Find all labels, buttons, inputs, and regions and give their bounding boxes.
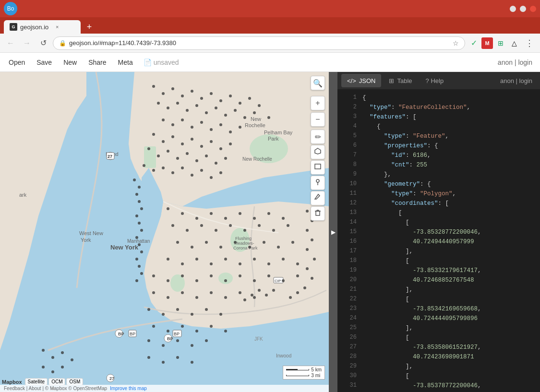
maximize-button[interactable]: □ — [520, 6, 526, 12]
map-area[interactable]: ark New York West New York Manhattan Isl… — [0, 72, 329, 392]
app-toolbar: Open Save New Share Meta 📄 unsaved anon … — [0, 53, 540, 72]
new-tab-button[interactable]: + — [83, 20, 96, 34]
svg-point-179 — [176, 308, 179, 311]
svg-point-116 — [140, 250, 143, 253]
svg-point-149 — [181, 262, 184, 265]
tab-close-button[interactable]: × — [53, 23, 61, 31]
svg-point-185 — [181, 325, 184, 328]
extension-check-icon[interactable]: ✓ — [468, 37, 480, 49]
svg-point-79 — [152, 133, 155, 136]
json-line: 28 40.72423698901871 — [337, 352, 540, 362]
svg-point-74 — [200, 121, 203, 124]
delete-button[interactable] — [311, 206, 325, 221]
draw-pin-button[interactable] — [311, 176, 325, 190]
svg-point-150 — [195, 258, 198, 261]
back-button[interactable]: ← — [4, 36, 17, 50]
line-content: "type": "FeatureCollection", — [362, 103, 536, 112]
svg-point-54 — [229, 95, 232, 97]
svg-point-114 — [135, 236, 138, 239]
svg-point-153 — [239, 262, 241, 265]
line-content: ], — [362, 323, 536, 333]
meta-link[interactable]: Meta — [117, 57, 134, 68]
svg-point-103 — [200, 169, 203, 172]
svg-point-215 — [303, 286, 306, 289]
extension-mail-icon[interactable]: M — [481, 37, 493, 49]
zoom-in-button[interactable]: + — [311, 96, 325, 110]
svg-point-111 — [135, 214, 138, 217]
svg-point-161 — [195, 279, 198, 282]
json-line: 18 [ — [337, 256, 540, 266]
profile-button[interactable]: Bo — [4, 2, 17, 15]
save-link[interactable]: Save — [36, 57, 53, 68]
browser-chrome: Bo − □ × G geojson.io × + ← → ↺ — [0, 0, 540, 72]
line-content: ], — [362, 285, 536, 295]
zoom-out-button[interactable]: − — [311, 112, 325, 127]
svg-point-125 — [224, 217, 227, 220]
extension-sheets-icon[interactable]: ⊞ — [495, 37, 506, 49]
svg-point-217 — [289, 296, 292, 299]
panel-auth[interactable]: anon | login — [496, 77, 536, 84]
draw-rectangle-button[interactable] — [311, 160, 325, 175]
svg-point-202 — [42, 366, 45, 368]
line-content: ], — [362, 362, 536, 371]
line-number: 12 — [341, 199, 357, 208]
address-bar[interactable]: 🔒 geojson.io/#map=11/40.7439/-73.9380 ☆ — [53, 36, 465, 50]
svg-point-98 — [152, 169, 155, 172]
panel-collapse-button[interactable]: ▶ — [329, 72, 337, 392]
svg-point-182 — [219, 313, 222, 316]
svg-point-66 — [234, 109, 237, 112]
forward-button[interactable]: → — [20, 36, 34, 50]
main-content: ark New York West New York Manhattan Isl… — [0, 72, 540, 392]
tab-table[interactable]: ⊞ Table — [383, 74, 418, 87]
line-number: 8 — [341, 160, 357, 170]
close-button[interactable]: × — [530, 6, 536, 12]
line-number: 14 — [341, 218, 357, 227]
open-link[interactable]: Open — [8, 57, 26, 68]
ocm-button[interactable]: OCM — [48, 378, 65, 385]
browser-tab[interactable]: G geojson.io × — [4, 20, 81, 34]
edit-button[interactable] — [311, 191, 325, 205]
svg-point-142 — [219, 246, 222, 249]
line-content: [ — [362, 256, 536, 266]
new-link[interactable]: New — [62, 57, 78, 68]
draw-pencil-button[interactable]: ✏ — [311, 130, 325, 144]
svg-point-163 — [224, 279, 227, 282]
svg-point-102 — [191, 174, 193, 177]
json-line: 20 40.72468852767548 — [337, 275, 540, 285]
svg-point-55 — [239, 102, 241, 105]
tab-favicon: G — [10, 23, 17, 31]
browser-menu-button[interactable]: ⋮ — [523, 36, 536, 50]
minus-icon: − — [315, 115, 320, 124]
improve-map-link[interactable]: Improve this map — [110, 386, 147, 391]
svg-point-106 — [133, 178, 136, 181]
svg-point-165 — [253, 279, 256, 282]
json-line: 26 [ — [337, 333, 540, 343]
svg-point-133 — [215, 229, 217, 232]
bookmark-icon[interactable]: ☆ — [453, 39, 459, 47]
tab-json[interactable]: </> JSON — [341, 74, 381, 87]
svg-point-140 — [191, 246, 193, 249]
share-link[interactable]: Share — [87, 57, 107, 68]
reload-button[interactable]: ↺ — [36, 36, 50, 50]
extension-drive-icon[interactable]: △ — [508, 37, 520, 49]
tab-help[interactable]: ? Help — [420, 75, 450, 86]
svg-point-174 — [224, 296, 227, 299]
satellite-button[interactable]: Satellite — [25, 378, 48, 385]
json-line: 7 "id": 6186, — [337, 151, 540, 160]
svg-point-195 — [162, 361, 165, 364]
line-content: -73.85378772200046, — [362, 381, 536, 391]
svg-point-186 — [195, 330, 198, 333]
osm-button[interactable]: OSM — [66, 378, 83, 385]
chevron-right-icon: ▶ — [331, 229, 336, 236]
svg-point-110 — [140, 207, 143, 210]
svg-point-115 — [138, 243, 141, 246]
svg-point-93 — [195, 159, 198, 162]
svg-point-90 — [167, 150, 169, 153]
draw-polygon-button[interactable] — [311, 145, 325, 159]
svg-point-216 — [296, 291, 299, 294]
json-content-area[interactable]: 1{2 "type": "FeatureCollection",3 "featu… — [337, 89, 540, 392]
auth-links[interactable]: anon | login — [498, 59, 532, 66]
map-search-button[interactable]: 🔍 — [311, 76, 325, 90]
svg-point-200 — [61, 351, 64, 354]
minimize-button[interactable]: − — [510, 6, 516, 12]
